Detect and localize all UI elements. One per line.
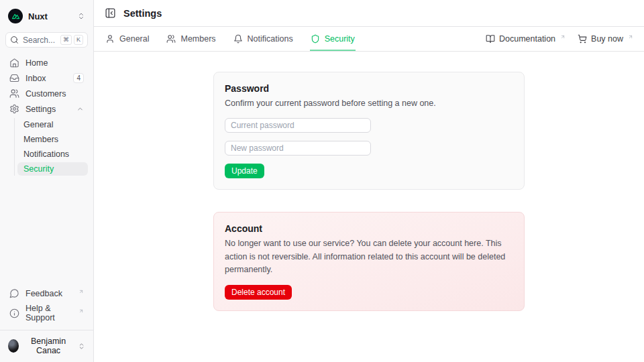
settings-subnav: General Members Notifications Security: [14, 118, 88, 176]
buy-now-link[interactable]: Buy now: [578, 27, 633, 51]
tabs: General Members Notifications Security: [105, 27, 356, 51]
user-menu[interactable]: Benjamin Canac: [0, 330, 93, 357]
users-icon: [9, 88, 19, 99]
chevron-up-icon: [76, 105, 84, 113]
search-icon: [10, 36, 19, 44]
main-panel: Settings General Members Notifications: [94, 0, 644, 362]
sidebar-collapse-button[interactable]: [105, 7, 116, 19]
shield-icon: [311, 34, 320, 44]
search-placeholder: Search...: [23, 36, 55, 45]
sidebar-subitem-notifications[interactable]: Notifications: [17, 147, 88, 161]
sidebar-subitem-general[interactable]: General: [17, 118, 88, 131]
tab-members[interactable]: Members: [166, 27, 216, 51]
kbd-meta: ⌘: [60, 35, 72, 45]
feedback-link[interactable]: Feedback: [5, 286, 88, 300]
sidebar-subitem-members[interactable]: Members: [17, 133, 88, 146]
book-open-icon: [486, 34, 495, 44]
account-card-title: Account: [225, 223, 513, 234]
sidebar-subitem-security[interactable]: Security: [17, 162, 88, 176]
tab-general[interactable]: General: [105, 27, 150, 51]
tab-notifications[interactable]: Notifications: [233, 27, 294, 51]
tab-security[interactable]: Security: [310, 27, 356, 51]
help-support-link[interactable]: Help & Support: [5, 302, 88, 324]
update-password-button[interactable]: Update: [225, 164, 264, 178]
password-card-title: Password: [225, 83, 513, 94]
inbox-count-badge: 4: [73, 73, 84, 83]
workspace-picker[interactable]: Nuxt: [5, 7, 88, 25]
search-input[interactable]: Search... ⌘ K: [5, 32, 88, 48]
settings-tabbar: General Members Notifications Security: [94, 27, 644, 52]
user-icon: [105, 34, 115, 44]
home-icon: [9, 58, 19, 68]
bell-icon: [233, 34, 243, 44]
user-name: Benjamin Canac: [23, 337, 73, 355]
current-password-field[interactable]: [225, 118, 371, 133]
sidebar-item-settings[interactable]: Settings: [5, 102, 88, 116]
info-icon: [9, 308, 19, 318]
password-card-description: Confirm your current password before set…: [225, 97, 513, 110]
sidebar-item-inbox[interactable]: Inbox 4: [5, 71, 88, 85]
message-circle-icon: [9, 288, 19, 298]
kbd-k: K: [74, 35, 83, 45]
external-link-icon: [628, 34, 633, 40]
workspace-name: Nuxt: [28, 11, 48, 21]
page-title: Settings: [123, 8, 162, 19]
avatar: [8, 339, 19, 353]
settings-security-content: Password Confirm your current password b…: [94, 52, 644, 362]
inbox-icon: [9, 73, 19, 83]
new-password-field[interactable]: [225, 141, 371, 156]
chevrons-up-down-icon: [77, 12, 85, 20]
external-link-icon: [78, 289, 84, 294]
external-link-icon: [78, 308, 84, 314]
panel-left-close-icon: [105, 7, 116, 19]
external-link-icon: [560, 34, 566, 40]
chevrons-up-down-icon: [78, 343, 85, 350]
sidebar-footer: Feedback Help & Support Benjamin Canac: [0, 286, 93, 357]
app-window: Nuxt Search... ⌘ K Home Inbox 4: [0, 0, 644, 362]
search-shortcut: ⌘ K: [60, 35, 83, 45]
documentation-link[interactable]: Documentation: [486, 27, 566, 51]
nuxt-logo-icon: [8, 9, 23, 23]
gear-icon: [9, 104, 19, 114]
sidebar-item-customers[interactable]: Customers: [5, 86, 88, 101]
sidebar-item-home[interactable]: Home: [5, 56, 88, 70]
delete-account-button[interactable]: Delete account: [225, 285, 292, 300]
page-header: Settings: [94, 0, 644, 27]
password-card: Password Confirm your current password b…: [213, 72, 525, 190]
sidebar-nav: Home Inbox 4 Customers Settings General …: [0, 56, 93, 177]
account-card-description: No longer want to use our service? You c…: [225, 237, 513, 276]
tabbar-links: Documentation Buy now: [486, 27, 633, 51]
sidebar: Nuxt Search... ⌘ K Home Inbox 4: [0, 0, 94, 362]
cart-icon: [578, 34, 587, 44]
users-icon: [166, 34, 176, 44]
account-card: Account No longer want to use our servic…: [213, 212, 525, 310]
